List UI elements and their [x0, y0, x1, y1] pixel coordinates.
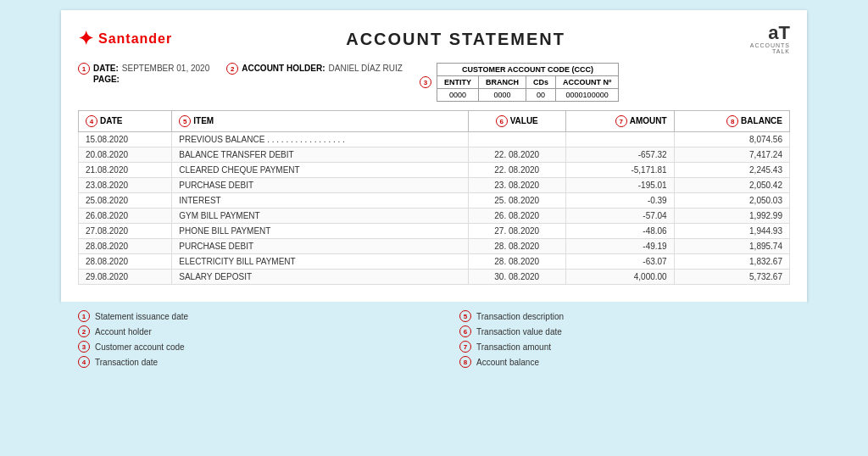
document: ✦ Santander ACCOUNT STATEMENT aT ACCOUNT… — [61, 10, 807, 302]
legend-circle: 2 — [78, 325, 90, 337]
cell-item: PREVIOUS BALANCE . . . . . . . . . . . .… — [172, 132, 469, 147]
legend-item: 4 Transaction date — [78, 356, 409, 368]
legend-item: 8 Account balance — [459, 356, 790, 368]
cell-item: SALARY DEPOSIT — [172, 270, 469, 285]
cell-value — [468, 132, 565, 147]
cell-balance: 1,992.99 — [674, 209, 789, 224]
legend-item: 7 Transaction amount — [459, 341, 790, 353]
legend-item: 1 Statement issuance date — [78, 310, 409, 322]
table-row: 26.08.2020 GYM BILL PAYMENT 26. 08.2020 … — [79, 209, 790, 224]
th-value: 6VALUE — [468, 111, 565, 132]
cell-value: 26. 08.2020 — [468, 209, 565, 224]
date-value: SEPTEMBER 01, 2020 — [122, 64, 209, 73]
table-row: 21.08.2020 CLEARED CHEQUE PAYMENT 22. 08… — [79, 163, 790, 178]
cell-amount: -63.07 — [565, 254, 674, 270]
table-row: 29.08.2020 SALARY DEPOSIT 30. 08.2020 4,… — [79, 270, 790, 285]
cell-date: 27.08.2020 — [79, 224, 172, 239]
table-row: 27.08.2020 PHONE BILL PAYMENT 27. 08.202… — [79, 224, 790, 239]
cell-date: 28.08.2020 — [79, 239, 172, 254]
cell-balance: 7,417.24 — [674, 147, 789, 163]
legend-text: Transaction value date — [476, 327, 562, 336]
cell-item: GYM BILL PAYMENT — [172, 209, 469, 224]
cell-amount: -48.06 — [565, 224, 674, 239]
at-logo-sub: ACCOUNTS TALK — [739, 42, 790, 54]
meta-ccc-item: 3 CUSTOMER ACCOUNT CODE (CCC) ENTITY BRA… — [420, 63, 619, 102]
legend-text: Account holder — [95, 327, 152, 336]
santander-logo-text: Santander — [98, 31, 172, 47]
cell-amount: -49.19 — [565, 239, 674, 254]
transactions-table: 4DATE 5ITEM 6VALUE 7AMOUNT 8BALANCE 15.0… — [78, 110, 790, 285]
th-amount: 7AMOUNT — [565, 111, 674, 132]
cell-date: 29.08.2020 — [79, 270, 172, 285]
holder-label: ACCOUNT HOLDER: — [242, 64, 325, 73]
cell-item: INTEREST — [172, 193, 469, 209]
cell-amount: -57.04 — [565, 209, 674, 224]
ccc-val-entity: 0000 — [437, 89, 478, 102]
cell-amount — [565, 132, 674, 147]
cell-balance: 1,944.93 — [674, 224, 789, 239]
legend-item: 3 Customer account code — [78, 341, 409, 353]
table-row: 25.08.2020 INTEREST 25. 08.2020 -0.39 2,… — [79, 193, 790, 209]
holder-value: DANIEL DÍAZ RUIZ — [329, 64, 403, 73]
cell-date: 15.08.2020 — [79, 132, 172, 147]
cell-balance: 1,895.74 — [674, 239, 789, 254]
legend-item: 2 Account holder — [78, 325, 409, 337]
legend-circle: 5 — [459, 310, 471, 322]
cell-balance: 8,074.56 — [674, 132, 789, 147]
cell-date: 21.08.2020 — [79, 163, 172, 178]
table-row: 23.08.2020 PURCHASE DEBIT 23. 08.2020 -1… — [79, 178, 790, 193]
legend-circle: 3 — [78, 341, 90, 353]
legend-item: 5 Transaction description — [459, 310, 790, 322]
legend-circle: 4 — [78, 356, 90, 368]
main-container: ✦ Santander ACCOUNT STATEMENT aT ACCOUNT… — [0, 0, 868, 456]
legend-text: Account balance — [476, 358, 539, 367]
ccc-title: CUSTOMER ACCOUNT CODE (CCC) — [437, 64, 618, 76]
ccc-val-account: 0000100000 — [555, 89, 618, 102]
cell-date: 20.08.2020 — [79, 147, 172, 163]
at-logo: aT ACCOUNTS TALK — [739, 24, 790, 54]
table-row: 28.08.2020 ELECTRICITY BILL PAYMENT 28. … — [79, 254, 790, 270]
cell-balance: 2,050.03 — [674, 193, 789, 209]
cell-value: 22. 08.2020 — [468, 147, 565, 163]
meta-holder-item: 2 ACCOUNT HOLDER: DANIEL DÍAZ RUIZ — [226, 63, 403, 75]
page-label: PAGE: — [93, 75, 120, 84]
legend-text: Statement issuance date — [95, 312, 188, 321]
santander-logo: ✦ Santander — [78, 28, 172, 50]
cell-value: 28. 08.2020 — [468, 254, 565, 270]
cell-balance: 1,832.67 — [674, 254, 789, 270]
th-balance: 8BALANCE — [674, 111, 789, 132]
santander-flame-icon: ✦ — [78, 28, 93, 50]
cell-item: PHONE BILL PAYMENT — [172, 224, 469, 239]
cell-item: CLEARED CHEQUE PAYMENT — [172, 163, 469, 178]
ccc-col-cds: CDs — [526, 76, 555, 89]
legend-circle: 1 — [78, 310, 90, 322]
doc-header: ✦ Santander ACCOUNT STATEMENT aT ACCOUNT… — [78, 24, 790, 54]
cell-value: 25. 08.2020 — [468, 193, 565, 209]
table-row: 15.08.2020 PREVIOUS BALANCE . . . . . . … — [79, 132, 790, 147]
cell-value: 30. 08.2020 — [468, 270, 565, 285]
ccc-val-branch: 0000 — [478, 89, 526, 102]
cell-date: 23.08.2020 — [79, 178, 172, 193]
legend-text: Transaction amount — [476, 342, 551, 352]
document-title: ACCOUNT STATEMENT — [172, 30, 739, 49]
circle-2: 2 — [226, 63, 238, 75]
circle-1: 1 — [78, 63, 90, 75]
cell-item: ELECTRICITY BILL PAYMENT — [172, 254, 469, 270]
legend-text: Transaction date — [95, 358, 158, 367]
meta-date-item: 1 DATE: SEPTEMBER 01, 2020 PAGE: — [78, 63, 209, 84]
footer-legend: 1 Statement issuance date 5 Transaction … — [61, 302, 807, 376]
cell-amount: -657.32 — [565, 147, 674, 163]
cell-balance: 5,732.67 — [674, 270, 789, 285]
legend-text: Transaction description — [476, 312, 564, 321]
cell-value: 22. 08.2020 — [468, 163, 565, 178]
cell-value: 23. 08.2020 — [468, 178, 565, 193]
legend-text: Customer account code — [95, 342, 185, 352]
ccc-val-cds: 00 — [526, 89, 555, 102]
legend-circle: 7 — [459, 341, 471, 353]
cell-balance: 2,050.42 — [674, 178, 789, 193]
meta-row: 1 DATE: SEPTEMBER 01, 2020 PAGE: 2 ACCOU… — [78, 63, 790, 102]
ccc-col-account: ACCOUNT Nº — [555, 76, 618, 89]
circle-3: 3 — [420, 76, 431, 88]
cell-date: 25.08.2020 — [79, 193, 172, 209]
at-logo-mark: aT — [768, 24, 790, 42]
